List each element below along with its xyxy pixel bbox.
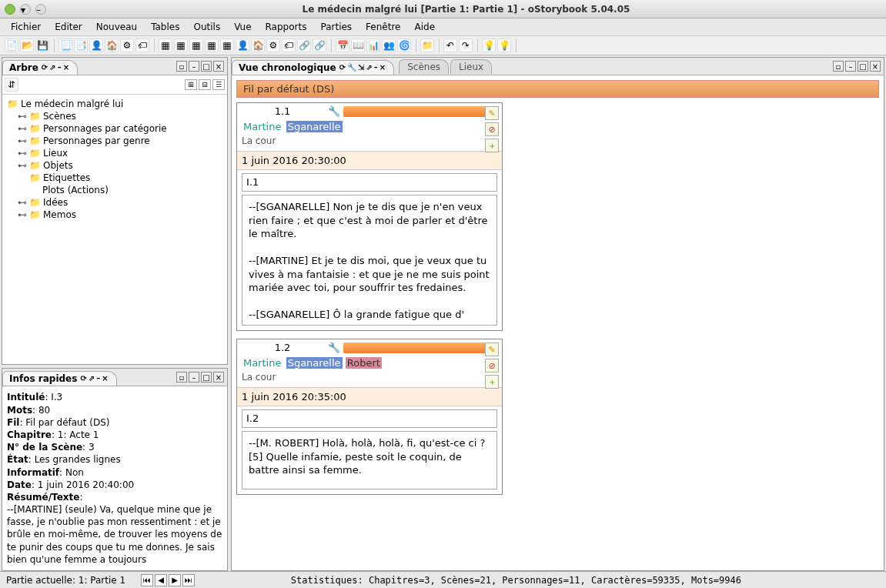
infos-tab[interactable]: Infos rapides ⟳ ⇗ – × [2, 371, 117, 386]
close-icon[interactable]: × [102, 374, 108, 383]
panel-min-button[interactable]: – [189, 372, 199, 383]
tool-table5-icon[interactable]: ▦ [220, 38, 234, 52]
window-shade-button[interactable]: ▾ [20, 4, 31, 15]
refresh-icon[interactable]: ⟳ [42, 63, 48, 72]
tool-manage-icon[interactable]: 👥 [382, 38, 396, 52]
char-martine[interactable]: Martine [242, 357, 283, 369]
char-sganarelle[interactable]: Sganarelle [286, 357, 343, 369]
pin-icon[interactable]: ⇗ [89, 374, 95, 383]
tool-person2-icon[interactable]: 👤 [236, 38, 249, 52]
tool-table2-icon[interactable]: ▦ [174, 38, 188, 52]
panel-float-button[interactable]: ▫ [176, 61, 187, 72]
delete-scene-button[interactable]: ⊘ [485, 122, 499, 136]
tool-undo-icon[interactable]: ↶ [443, 38, 457, 52]
tool-calendar-icon[interactable]: 📅 [336, 38, 349, 52]
minus-icon[interactable]: – [96, 374, 100, 383]
tool-bulb-icon[interactable]: 💡 [497, 38, 511, 52]
edit-scene-button[interactable]: ✎ [485, 106, 499, 120]
panel-float-button[interactable]: ▫ [833, 61, 844, 72]
menu-fenetre[interactable]: Fenêtre [359, 20, 406, 34]
tool-link2-icon[interactable]: 🔗 [313, 38, 326, 52]
tool-link-icon[interactable]: 🔗 [297, 38, 311, 52]
tree-objets[interactable]: ⊷📁Objets [18, 159, 222, 172]
view-detail-icon[interactable]: ☰ [212, 79, 225, 90]
tool-redo-icon[interactable]: ↷ [459, 38, 473, 52]
tool-folder-icon[interactable]: 📁 [420, 38, 434, 52]
tool-save-icon[interactable]: 💾 [35, 38, 49, 52]
delete-scene-button[interactable]: ⊘ [485, 359, 499, 373]
panel-float-button[interactable]: ▫ [176, 372, 187, 383]
tool-loc2-icon[interactable]: 🏠 [251, 38, 265, 52]
tree-mode-icon[interactable]: ⇵ [5, 78, 18, 92]
panel-close-button[interactable]: × [213, 372, 224, 383]
panel-max-button[interactable]: □ [201, 372, 212, 383]
window-minimize-button[interactable]: – [35, 4, 46, 15]
tool-tag-icon[interactable]: 🏷 [135, 38, 149, 52]
tree-lieux[interactable]: ⊷📁Lieux [18, 147, 222, 159]
nav-next-button[interactable]: ▶ [169, 574, 181, 586]
tool-person-icon[interactable]: 👤 [89, 38, 103, 52]
tool-docs-icon[interactable]: 📑 [74, 38, 88, 52]
nav-prev-button[interactable]: ◀ [155, 574, 167, 586]
tool-spiral-icon[interactable]: 🌀 [397, 38, 411, 52]
tool-tag2-icon[interactable]: 🏷 [282, 38, 296, 52]
arbre-tab[interactable]: Arbre ⟳ ⇗ – × [2, 60, 78, 75]
panel-max-button[interactable]: □ [201, 61, 212, 72]
wrench-icon[interactable]: 🔧 [328, 105, 340, 117]
menu-vue[interactable]: Vue [228, 20, 257, 34]
wrench-icon[interactable]: 🔧 [328, 342, 340, 353]
menu-rapports[interactable]: Rapports [259, 20, 313, 34]
scene-text[interactable]: --[M. ROBERT] Holà, holà, holà, fi, qu'e… [242, 431, 497, 489]
panel-close-button[interactable]: × [213, 61, 224, 72]
tool-open-icon[interactable]: 📂 [20, 38, 34, 52]
tool-table4-icon[interactable]: ▦ [205, 38, 219, 52]
tool-doc-icon[interactable]: 📃 [59, 38, 72, 52]
tool-idea-icon[interactable]: 💡 [482, 38, 496, 52]
menu-tables[interactable]: Tables [145, 20, 186, 34]
panel-min-button[interactable]: – [845, 61, 856, 72]
menu-parties[interactable]: Parties [314, 20, 358, 34]
panel-close-button[interactable]: × [870, 61, 881, 72]
window-close-button[interactable] [5, 4, 15, 15]
add-scene-button[interactable]: ＋ [485, 139, 499, 152]
wrench-icon[interactable]: 🔧 [347, 63, 356, 72]
tool-book-icon[interactable]: 📖 [351, 38, 365, 52]
tree-memos[interactable]: ⊷📁Memos [18, 209, 222, 221]
minus-icon[interactable]: – [58, 63, 62, 72]
menu-aide[interactable]: Aide [408, 20, 441, 34]
menu-fichier[interactable]: Fichier [5, 20, 47, 34]
close-icon[interactable]: × [63, 63, 69, 72]
tree-scenes[interactable]: ⊷📁Scènes [18, 110, 222, 122]
edit-scene-button[interactable]: ✎ [485, 342, 499, 356]
panel-max-button[interactable]: □ [858, 61, 868, 72]
pin-icon[interactable]: ⇗ [49, 63, 55, 72]
tool-object-icon[interactable]: ⚙ [120, 38, 134, 52]
tab-scenes[interactable]: Scènes [399, 59, 449, 74]
scene-text[interactable]: --[SGANARELLE] Non je te dis que je n'en… [242, 195, 497, 326]
panel-min-button[interactable]: – [189, 61, 199, 72]
menu-outils[interactable]: Outils [187, 20, 226, 34]
refresh-icon[interactable]: ⟳ [339, 63, 346, 72]
tree-etiquettes[interactable]: 📁Etiquettes [18, 172, 222, 184]
tool-new-icon[interactable]: 📄 [5, 38, 18, 52]
char-robert[interactable]: Robert [346, 357, 382, 369]
view-list-icon[interactable]: ⊟ [199, 79, 211, 90]
scene-title-input[interactable]: I.1 [242, 173, 497, 192]
scene-title-input[interactable]: I.2 [242, 409, 497, 428]
tool-table1-icon[interactable]: ▦ [159, 38, 172, 52]
chrono-tab[interactable]: Vue chronologique ⟳ 🔧 ⇲ ⇗ – × [232, 60, 394, 75]
tree-plots[interactable]: Plots (Actions) [18, 184, 222, 196]
tool-table3-icon[interactable]: ▦ [189, 38, 203, 52]
tool-chart-icon[interactable]: 📊 [366, 38, 380, 52]
minus-icon[interactable]: – [374, 63, 378, 72]
tab-lieux[interactable]: Lieux [450, 59, 492, 74]
refresh-icon[interactable]: ⟳ [80, 374, 86, 383]
menu-nouveau[interactable]: Nouveau [90, 20, 143, 34]
export-icon[interactable]: ⇲ [358, 63, 364, 72]
tool-location-icon[interactable]: 🏠 [105, 38, 119, 52]
nav-last-button[interactable]: ⏭ [182, 574, 195, 586]
tree-idees[interactable]: ⊷📁Idées [18, 196, 222, 209]
view-grid-icon[interactable]: ⊞ [185, 79, 197, 90]
char-sganarelle[interactable]: Sganarelle [286, 121, 343, 132]
menu-editer[interactable]: Editer [48, 20, 89, 34]
